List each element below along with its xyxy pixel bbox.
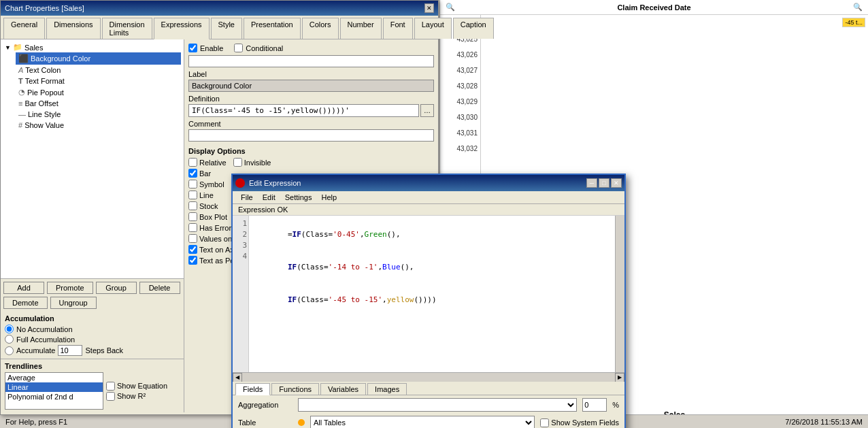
table-row: Table All Tables Show System Fields — [233, 414, 624, 428]
comment-input[interactable] — [188, 129, 434, 142]
edit-tabs-row: Fields Functions Variables Images — [233, 382, 624, 395]
text-icon: A — [18, 66, 23, 74]
minimize-button[interactable]: ─ — [586, 178, 597, 188]
close-button[interactable]: ✕ — [424, 3, 434, 13]
opt-text-axis-cb[interactable] — [188, 245, 197, 254]
top-input[interactable] — [188, 55, 434, 67]
promote-button[interactable]: Promote — [47, 282, 93, 294]
pct-symbol: % — [612, 401, 619, 409]
opt-bar-cb[interactable] — [188, 169, 197, 178]
tab-expressions[interactable]: Expressions — [154, 18, 210, 39]
tree-item-show-value[interactable]: # Show Value — [16, 120, 181, 131]
tab-dimension-limits[interactable]: Dimension Limits — [102, 18, 152, 39]
tree-buttons: Add Promote Group Delete Demote Ungroup — [1, 278, 184, 312]
group-button[interactable]: Group — [96, 282, 137, 294]
definition-label: Definition — [188, 95, 434, 103]
steps-input[interactable] — [58, 345, 82, 356]
menu-edit[interactable]: Edit — [258, 193, 280, 202]
tree-item-line-style[interactable]: — Line Style — [16, 109, 181, 120]
enable-row: Enable — [188, 44, 223, 52]
menu-settings[interactable]: Settings — [281, 193, 316, 202]
conditional-row: Conditional — [234, 44, 283, 52]
tree-item-text-colon[interactable]: A Text Colon — [16, 65, 181, 76]
scroll-left-button[interactable]: ◀ — [233, 373, 242, 382]
edit-tab-fields[interactable]: Fields — [235, 383, 270, 395]
menu-file[interactable]: File — [237, 193, 257, 202]
dialog-title: Chart Properties [Sales] — [5, 4, 84, 12]
maximize-button[interactable]: □ — [599, 178, 610, 188]
opt-values-cb[interactable] — [188, 234, 197, 243]
scroll-right-button[interactable]: ▶ — [615, 373, 624, 382]
close-edit-button[interactable]: ✕ — [611, 178, 622, 188]
tab-style[interactable]: Style — [211, 18, 242, 39]
edit-tab-images[interactable]: Images — [367, 383, 407, 395]
opt-text-popup-cb[interactable] — [188, 256, 197, 265]
show-system-fields-cb[interactable] — [540, 418, 549, 427]
enable-checkbox[interactable] — [188, 44, 197, 52]
opt-stock-cb[interactable] — [188, 201, 197, 210]
tree-item-label-bg: Background Color — [31, 54, 90, 63]
conditional-checkbox[interactable] — [234, 44, 243, 52]
aggregation-select[interactable] — [298, 398, 577, 412]
demote-button[interactable]: Demote — [3, 297, 48, 309]
expressions-tree: ▼ 📁 Sales ⬛ Background Color A Text Colo… — [1, 39, 184, 278]
menu-help[interactable]: Help — [317, 193, 341, 202]
search-icon-right[interactable]: 🔍 — [853, 3, 863, 12]
delete-button[interactable]: Delete — [139, 282, 180, 294]
show-r2-checkbox[interactable] — [106, 392, 115, 401]
tab-dimensions[interactable]: Dimensions — [46, 18, 100, 39]
scrollbar-vertical[interactable] — [615, 216, 624, 372]
tree-item-background-color[interactable]: ⬛ Background Color — [16, 52, 181, 65]
accumulation-label: Accumulation — [5, 314, 180, 323]
expression-status: Expression OK — [233, 204, 624, 216]
tree-item-bar-offset[interactable]: ≡ Bar Offset — [16, 98, 181, 109]
accumulate-row: Accumulate Steps Back — [5, 345, 180, 356]
opt-line-cb[interactable] — [188, 191, 197, 199]
definition-input[interactable] — [188, 104, 419, 117]
add-button[interactable]: Add — [3, 282, 44, 294]
tab-number[interactable]: Number — [340, 18, 382, 39]
enable-label: Enable — [200, 44, 223, 52]
tab-presentation[interactable]: Presentation — [244, 18, 301, 39]
tab-caption[interactable]: Caption — [453, 18, 494, 39]
opt-has-error-cb[interactable] — [188, 223, 197, 232]
enable-conditional-row: Enable Conditional — [188, 44, 434, 52]
tab-general[interactable]: General — [3, 18, 45, 39]
opt-boxplot-cb[interactable] — [188, 212, 197, 221]
trend-average[interactable]: Average — [5, 373, 103, 382]
opt-relative-cb[interactable] — [188, 158, 197, 167]
tree-item-pie-popout[interactable]: ◔ Pie Popout — [16, 86, 181, 98]
accumulate-radio[interactable] — [5, 346, 14, 355]
line-numbers: 1 2 3 4 — [233, 216, 249, 372]
tree-item-label-pie: Pie Popout — [27, 88, 64, 97]
aggregation-label: Aggregation — [238, 401, 293, 409]
edit-tab-variables[interactable]: Variables — [320, 383, 366, 395]
aggregation-pct-input[interactable] — [582, 398, 607, 412]
show-equation-checkbox[interactable] — [106, 382, 115, 391]
search-icon-left[interactable]: 🔍 — [446, 3, 455, 12]
full-accumulation-radio[interactable] — [5, 335, 14, 344]
opt-invisible-cb[interactable] — [233, 158, 242, 167]
tab-layout[interactable]: Layout — [414, 18, 452, 39]
code-textarea[interactable]: =IF(Class='0-45',Green(), IF(Class='-14 … — [249, 216, 615, 372]
tab-font[interactable]: Font — [383, 18, 413, 39]
dots-button[interactable]: … — [420, 104, 434, 117]
status-right: 7/26/2018 11:55:13 AM — [785, 418, 863, 426]
tree-item-label-text-colon: Text Colon — [25, 66, 61, 74]
pie-icon: ◔ — [18, 88, 25, 97]
code-editor: 1 2 3 4 =IF(Class='0-45',Green(), IF(Cla… — [233, 216, 624, 372]
edit-tab-functions[interactable]: Functions — [271, 383, 319, 395]
label-input[interactable] — [188, 80, 434, 92]
trend-poly2[interactable]: Polynomial of 2nd d — [5, 392, 103, 401]
tree-item-label-line: Line Style — [28, 110, 61, 118]
trend-linear[interactable]: Linear — [5, 382, 103, 392]
tree-root-sales[interactable]: ▼ 📁 Sales — [3, 42, 181, 52]
tab-colors[interactable]: Colors — [302, 18, 339, 39]
tree-item-text-format[interactable]: T Text Format — [16, 76, 181, 86]
table-select[interactable]: All Tables — [310, 416, 535, 428]
opt-symbol-cb[interactable] — [188, 180, 197, 188]
trendlines-listbox[interactable]: Average Linear Polynomial of 2nd d — [5, 372, 103, 410]
ungroup-button[interactable]: Ungroup — [50, 297, 97, 309]
tree-item-label-show: Show Value — [24, 121, 64, 129]
no-accumulation-radio[interactable] — [5, 325, 14, 333]
